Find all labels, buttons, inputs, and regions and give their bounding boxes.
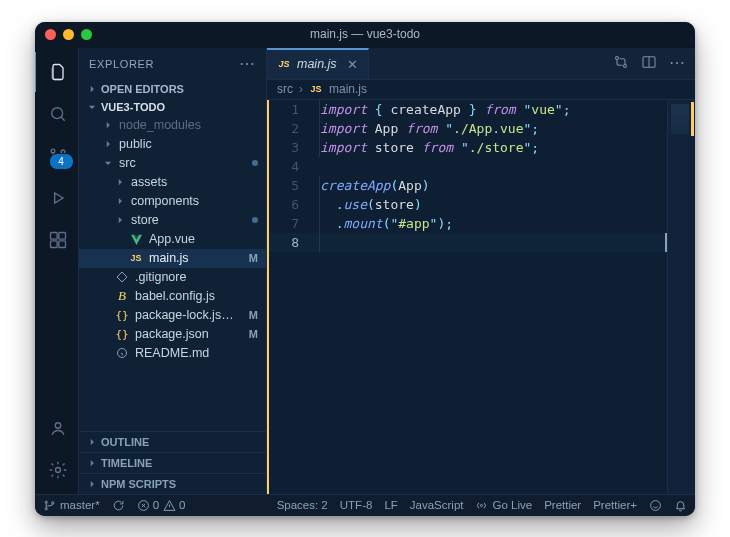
tree-file-app-vue[interactable]: App.vue	[79, 230, 266, 249]
extensions-icon	[48, 230, 68, 250]
chevron-right-icon	[115, 215, 125, 225]
breadcrumb-file[interactable]: main.js	[329, 82, 367, 96]
chevron-right-icon	[87, 479, 97, 489]
tree-label: store	[131, 213, 159, 227]
compare-changes-button[interactable]	[613, 54, 629, 73]
split-icon	[641, 54, 657, 70]
activitybar-account[interactable]	[35, 408, 80, 448]
json-file-icon: {}	[115, 308, 129, 322]
code-line[interactable]: 7 .mount("#app");	[269, 214, 667, 233]
js-file-icon: JS	[309, 82, 323, 96]
activitybar-extensions[interactable]	[35, 220, 80, 260]
tree-file-package-json[interactable]: {} package.json M	[79, 325, 266, 344]
activitybar-search[interactable]	[35, 94, 80, 134]
status-prettier[interactable]: Prettier	[544, 499, 581, 511]
status-sync[interactable]	[112, 499, 125, 512]
sidebar-title: EXPLORER	[89, 58, 154, 70]
info-file-icon	[115, 346, 129, 360]
status-feedback[interactable]	[649, 499, 662, 512]
status-golive[interactable]: Go Live	[475, 499, 532, 512]
smiley-icon	[649, 499, 662, 512]
status-prettier-plus[interactable]: Prettier+	[593, 499, 637, 511]
minimap[interactable]	[667, 100, 695, 494]
gear-icon	[48, 460, 68, 480]
tree-folder-public[interactable]: public	[79, 135, 266, 154]
tree-folder-store[interactable]: store	[79, 211, 266, 230]
status-branch[interactable]: master*	[43, 499, 100, 512]
maximize-window-button[interactable]	[81, 29, 92, 40]
project-root[interactable]: VUE3-TODO	[79, 98, 266, 116]
minimize-window-button[interactable]	[63, 29, 74, 40]
tree-file-readme[interactable]: README.md	[79, 344, 266, 363]
open-editors-section[interactable]: OPEN EDITORS	[79, 80, 266, 98]
tree-file-babel-config[interactable]: B babel.config.js	[79, 287, 266, 306]
code-line[interactable]: 1 import { createApp } from "vue";	[269, 100, 667, 119]
window-title: main.js — vue3-todo	[310, 27, 420, 41]
chevron-right-icon	[87, 437, 97, 447]
git-file-icon	[115, 270, 129, 284]
breadcrumb-folder[interactable]: src	[277, 82, 293, 96]
code-line-active[interactable]: 8	[269, 233, 667, 252]
status-spaces[interactable]: Spaces: 2	[277, 499, 328, 511]
activitybar-explorer[interactable]	[35, 52, 80, 92]
status-notifications[interactable]	[674, 499, 687, 512]
js-file-icon: JS	[129, 251, 143, 265]
tree-label: .gitignore	[135, 270, 186, 284]
status-encoding[interactable]: UTF-8	[340, 499, 373, 511]
account-icon	[48, 418, 68, 438]
tree-label: README.md	[135, 346, 209, 360]
chevron-right-icon	[115, 177, 125, 187]
code-line[interactable]: 3 import store from "./store";	[269, 138, 667, 157]
editor-group: JS main.js ✕ ⋯ src › JS ma	[267, 48, 695, 494]
code-line[interactable]: 5 createApp(App)	[269, 176, 667, 195]
git-compare-icon	[613, 54, 629, 70]
tab-close-button[interactable]: ✕	[347, 57, 358, 72]
sync-icon	[112, 499, 125, 512]
status-language[interactable]: JavaScript	[410, 499, 464, 511]
tab-label: main.js	[297, 57, 337, 71]
tab-bar: JS main.js ✕ ⋯	[267, 48, 695, 80]
breadcrumb[interactable]: src › JS main.js	[267, 80, 695, 100]
json-file-icon: {}	[115, 327, 129, 341]
close-window-button[interactable]	[45, 29, 56, 40]
tree-label: public	[119, 137, 152, 151]
status-problems[interactable]: 0 0	[137, 499, 186, 512]
activitybar-source-control[interactable]: 4	[35, 136, 80, 176]
tree-file-package-lock[interactable]: {} package-lock.js… M	[79, 306, 266, 325]
line-number: 1	[269, 102, 310, 117]
tree-folder-components[interactable]: components	[79, 192, 266, 211]
code-line[interactable]: 6 .use(store)	[269, 195, 667, 214]
tree-label: babel.config.js	[135, 289, 215, 303]
vscode-window: main.js — vue3-todo 4	[35, 22, 695, 516]
scm-badge: 4	[49, 153, 74, 170]
tree-folder-assets[interactable]: assets	[79, 173, 266, 192]
modified-dot-icon	[252, 217, 258, 223]
code-area: 1 import { createApp } from "vue"; 2 imp…	[267, 100, 695, 494]
tree-folder-node-modules[interactable]: node_modules	[79, 116, 266, 135]
babel-file-icon: B	[115, 289, 129, 303]
code-line[interactable]: 2 import App from "./App.vue";	[269, 119, 667, 138]
npm-scripts-section[interactable]: NPM SCRIPTS	[79, 473, 266, 494]
outline-section[interactable]: OUTLINE	[79, 431, 266, 452]
tree-file-gitignore[interactable]: .gitignore	[79, 268, 266, 287]
section-label: TIMELINE	[101, 457, 152, 469]
tree-folder-src[interactable]: src	[79, 154, 266, 173]
chevron-down-icon	[87, 102, 97, 112]
timeline-section[interactable]: TIMELINE	[79, 452, 266, 473]
line-number: 2	[269, 121, 310, 136]
svg-rect-6	[50, 240, 57, 247]
code-line[interactable]: 4	[269, 157, 667, 176]
activitybar-run[interactable]	[35, 178, 80, 218]
tab-main-js[interactable]: JS main.js ✕	[267, 48, 369, 79]
broadcast-icon	[475, 499, 488, 512]
split-editor-button[interactable]	[641, 54, 657, 73]
status-eol[interactable]: LF	[384, 499, 397, 511]
activitybar: 4	[35, 48, 79, 494]
files-icon	[48, 62, 68, 82]
code-editor[interactable]: 1 import { createApp } from "vue"; 2 imp…	[267, 100, 667, 494]
tree-file-main-js[interactable]: JS main.js M	[79, 249, 266, 268]
tree-label: package.json	[135, 327, 209, 341]
tree-label: main.js	[149, 251, 189, 265]
warning-icon	[163, 499, 176, 512]
activitybar-settings[interactable]	[35, 450, 80, 490]
